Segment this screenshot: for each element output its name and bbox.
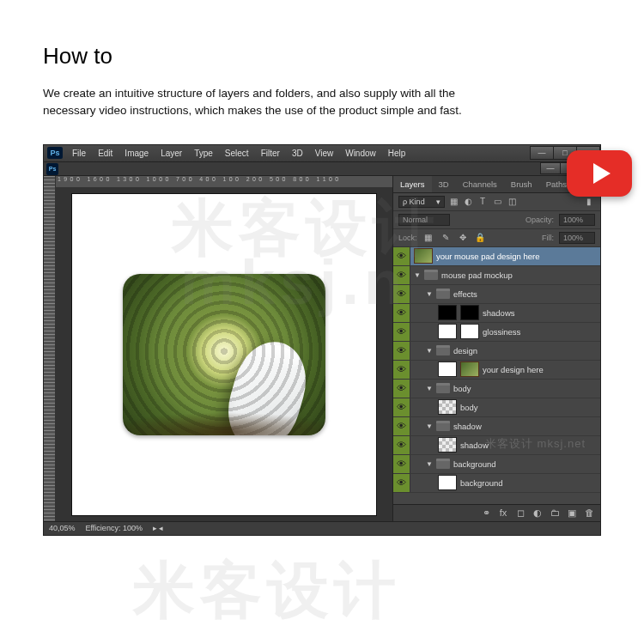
layer-row[interactable]: 👁your mouse pad design here [393,247,600,266]
layer-row[interactable]: 👁shadows [393,304,600,323]
layer-mask-icon[interactable]: ◻ [514,507,526,518]
mousepad-artwork [123,274,325,435]
panel-tab-layers[interactable]: Layers [393,176,432,192]
menu-select[interactable]: Select [219,146,255,161]
delete-layer-icon[interactable]: 🗑 [583,507,595,518]
visibility-toggle[interactable]: 👁 [393,436,410,454]
layer-thumbnail[interactable] [460,361,479,377]
layer-list[interactable]: 👁your mouse pad design here👁▼mouse pad m… [393,247,600,504]
lock-all-icon[interactable]: 🔒 [474,233,486,243]
layer-row[interactable]: 👁your design here [393,361,600,380]
page-description: We create an intuitive structure of laye… [43,85,498,120]
zoom-level[interactable]: 40,05% [49,524,76,532]
layer-row[interactable]: 👁▼design [393,342,600,361]
expand-chevron-icon[interactable]: ▼ [426,460,433,468]
menu-3d[interactable]: 3D [286,146,309,161]
expand-chevron-icon[interactable]: ▼ [426,290,433,298]
expand-chevron-icon[interactable]: ▼ [414,271,421,279]
layer-mask-thumb[interactable] [460,324,479,339]
expand-chevron-icon[interactable]: ▼ [426,385,433,392]
adjustment-layer-icon[interactable]: ◐ [532,507,544,518]
youtube-play-badge[interactable] [567,150,632,197]
new-layer-icon[interactable]: ▣ [566,507,578,518]
visibility-toggle[interactable]: 👁 [393,474,410,492]
visibility-toggle[interactable]: 👁 [393,285,410,303]
document-canvas[interactable] [71,193,377,516]
menu-filter[interactable]: Filter [255,146,286,161]
doc-minimize-button[interactable]: — [540,162,561,174]
menu-image[interactable]: Image [118,146,155,161]
layer-row[interactable]: 👁▼effects [393,285,600,304]
layer-row[interactable]: 👁▼body [393,380,600,398]
opacity-input[interactable]: 100% [559,214,595,226]
folder-icon [436,421,450,431]
panel-tab-channels[interactable]: Channels [456,176,504,192]
visibility-toggle[interactable]: 👁 [393,342,410,360]
link-layers-icon[interactable]: ⚭ [480,507,492,518]
visibility-toggle[interactable]: 👁 [393,266,410,284]
filter-adjust-icon[interactable]: ◐ [462,197,474,207]
layer-thumbnail[interactable] [438,475,457,490]
watermark-tag: 米客设计 mksj.net [485,436,586,452]
filter-pixel-icon[interactable]: ▦ [447,197,459,207]
visibility-toggle[interactable]: 👁 [393,398,410,416]
lock-transparency-icon[interactable]: ▦ [422,233,434,243]
layer-mask-thumb[interactable] [460,305,479,320]
visibility-toggle[interactable]: 👁 [393,323,410,341]
panel-tab-brush[interactable]: Brush [504,176,539,192]
layer-row[interactable]: 👁▼background [393,455,600,474]
layer-mask-thumb[interactable] [438,361,457,377]
layer-name-label: your mouse pad design here [436,252,539,261]
expand-chevron-icon[interactable]: ▼ [426,422,433,430]
layer-name-label: design [453,346,477,355]
layer-name-label: mouse pad mockup [441,270,513,280]
menu-window[interactable]: Window [339,146,382,161]
visibility-toggle[interactable]: 👁 [393,361,410,379]
menu-view[interactable]: View [309,146,340,161]
panel-tab-3d[interactable]: 3D [432,176,456,192]
layer-row[interactable]: 👁glossiness [393,323,600,342]
layer-row[interactable]: 👁▼shadow [393,417,600,436]
canvas-area[interactable] [56,188,392,521]
new-group-icon[interactable]: 🗀 [549,507,561,518]
filter-kind-label: ρ Kind [403,197,425,206]
layer-thumbnail[interactable] [438,324,457,339]
lock-label: Lock: [398,234,417,242]
layer-thumbnail[interactable] [414,248,433,264]
filter-type-icon[interactable]: T [477,197,489,207]
menu-help[interactable]: Help [382,146,412,161]
layer-name-label: effects [453,289,477,299]
photoshop-window: Ps FileEditImageLayerTypeSelectFilter3DV… [43,144,601,536]
blend-mode-select[interactable]: Normal [398,214,450,226]
visibility-toggle[interactable]: 👁 [393,380,410,398]
layer-style-icon[interactable]: fx [497,507,509,518]
folder-icon [424,270,438,280]
minimize-button[interactable]: — [530,146,554,160]
visibility-toggle[interactable]: 👁 [393,455,410,473]
visibility-toggle[interactable]: 👁 [393,417,410,435]
visibility-toggle[interactable]: 👁 [393,304,410,322]
visibility-toggle[interactable]: 👁 [393,247,410,265]
menu-edit[interactable]: Edit [92,146,118,161]
folder-icon [436,289,450,299]
filter-shape-icon[interactable]: ▭ [491,197,503,207]
layer-thumbnail[interactable] [438,437,457,453]
layer-thumbnail[interactable] [438,305,457,320]
layer-row[interactable]: 👁body [393,398,600,417]
layer-row[interactable]: 👁background [393,474,600,493]
filter-toggle-icon[interactable]: ▮ [583,197,595,207]
menu-type[interactable]: Type [188,146,219,161]
menu-file[interactable]: File [66,146,92,161]
expand-chevron-icon[interactable]: ▼ [426,347,433,355]
lock-position-icon[interactable]: ✥ [457,233,469,243]
lock-pixels-icon[interactable]: ✎ [440,233,452,243]
filter-kind-select[interactable]: ρ Kind▾ [398,196,445,208]
filter-smart-icon[interactable]: ◫ [506,197,518,207]
menu-layer[interactable]: Layer [155,146,188,161]
fill-input[interactable]: 100% [559,232,595,244]
fill-label: Fill: [542,234,554,242]
layer-row[interactable]: 👁▼mouse pad mockup [393,266,600,285]
window-titlebar: Ps FileEditImageLayerTypeSelectFilter3DV… [44,145,600,162]
layer-name-label: background [460,478,503,488]
layer-thumbnail[interactable] [438,399,457,415]
